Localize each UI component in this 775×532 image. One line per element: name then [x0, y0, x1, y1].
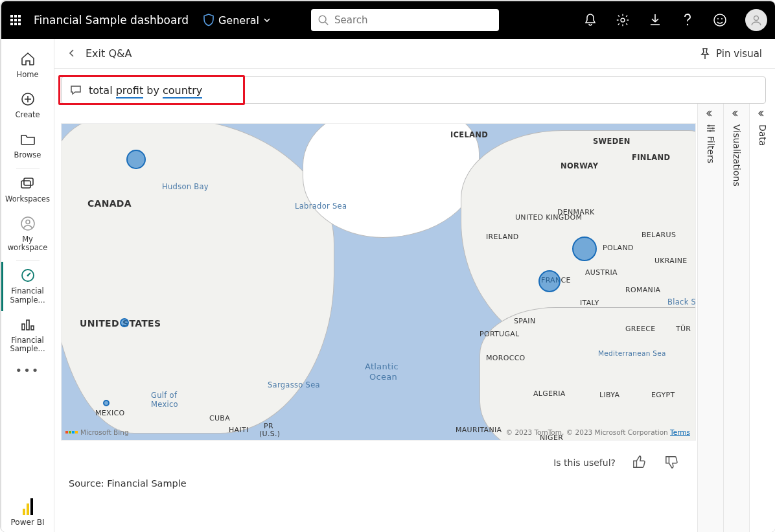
svg-rect-9	[24, 178, 33, 185]
back-chevron-icon[interactable]	[67, 49, 78, 59]
visualizations-pane-toggle[interactable]: Visualizations	[723, 104, 749, 532]
map-label: Ocean	[369, 372, 397, 382]
left-nav: Home Create Browse Workspaces My workspa…	[1, 39, 54, 532]
search-box[interactable]	[311, 9, 499, 31]
svg-point-12	[26, 220, 30, 224]
source-label: Source: Financial Sample	[61, 476, 697, 489]
nav-browse[interactable]: Browse	[1, 126, 54, 166]
search-icon	[318, 14, 329, 26]
map-label: CUBA	[209, 414, 230, 422]
svg-rect-16	[27, 320, 29, 330]
nav-more-icon[interactable]: •••	[16, 364, 40, 377]
chevron-down-icon	[263, 16, 271, 24]
map-label: UKRAINE	[654, 257, 688, 265]
map-label: LIBYA	[599, 391, 619, 399]
svg-point-20	[709, 130, 711, 132]
settings-gear-icon[interactable]	[616, 13, 630, 27]
map-terms-link[interactable]: Terms	[670, 428, 690, 436]
svg-rect-10	[21, 181, 30, 188]
map-label: AUSTRIA	[585, 268, 618, 277]
sensitivity-selector[interactable]: General	[203, 14, 271, 27]
home-icon	[19, 51, 36, 67]
nav-create[interactable]: Create	[1, 86, 54, 126]
map-label: BELARUS	[642, 231, 676, 239]
map-label: MEXICO	[95, 409, 124, 417]
svg-point-14	[27, 275, 29, 277]
stack-icon	[19, 175, 36, 192]
data-bubble-germany[interactable]	[572, 237, 597, 261]
svg-point-4	[714, 14, 726, 26]
map-label: ICELAND	[450, 130, 488, 139]
help-icon[interactable]	[680, 13, 695, 27]
nav-workspaces[interactable]: Workspaces	[1, 170, 54, 210]
svg-rect-15	[22, 324, 25, 330]
data-pane-toggle[interactable]: Data	[749, 104, 775, 532]
map-label: IRELAND	[486, 233, 519, 241]
map-label: ITALY	[580, 299, 599, 307]
map-label: Atlantic	[365, 362, 399, 371]
map-label: SWEDEN	[593, 137, 630, 146]
chevron-collapse-icon	[706, 109, 716, 119]
map-label: Sargasso Sea	[268, 380, 320, 389]
svg-point-0	[319, 16, 326, 23]
chat-icon	[69, 84, 82, 97]
map-label: NORWAY	[561, 161, 598, 170]
chevron-collapse-icon	[732, 109, 742, 119]
qa-input[interactable]: total profit by country	[61, 76, 766, 104]
map-label: TÜR	[676, 325, 691, 333]
data-bubble-france[interactable]	[538, 270, 561, 292]
svg-point-3	[687, 24, 688, 25]
feedback-smiley-icon[interactable]	[713, 13, 727, 27]
map-label: ALGERIA	[533, 389, 566, 398]
map-label: EGYPT	[651, 391, 675, 399]
map-label: ROMANIA	[625, 286, 660, 294]
svg-point-2	[621, 18, 625, 22]
top-bar: Financial Sample dashboard General	[1, 1, 775, 39]
person-circle-icon	[19, 215, 36, 232]
shield-icon	[203, 14, 214, 27]
map-label: POLAND	[603, 244, 634, 252]
app-launcher-icon[interactable]	[9, 14, 22, 27]
pin-visual-button[interactable]: Pin visual	[699, 47, 762, 60]
map-attribution-bing: Microsoft Bing	[65, 428, 129, 436]
chevron-collapse-icon	[758, 109, 768, 119]
sensitivity-label: General	[218, 14, 259, 27]
user-avatar[interactable]	[745, 9, 767, 31]
folder-icon	[19, 131, 36, 148]
data-bubble-canada[interactable]	[126, 150, 146, 169]
thumbs-up-icon[interactable]	[632, 455, 648, 470]
nav-financial-sample-dashboard[interactable]: Financial Sample...	[1, 262, 54, 310]
filters-pane-toggle[interactable]: Filters	[697, 104, 723, 532]
map-label: Labrador Sea	[295, 202, 347, 211]
svg-point-18	[708, 124, 710, 126]
map-label: Gulf of	[151, 391, 177, 400]
map-label: DENMARK	[557, 208, 595, 216]
svg-point-19	[711, 127, 713, 129]
exit-qa-button[interactable]: Exit Q&A	[86, 47, 132, 60]
map-visual[interactable]: ICELAND SWEDEN FINLAND NORWAY CANADA Hud…	[61, 123, 696, 441]
data-bubble-mexico[interactable]	[103, 400, 110, 406]
download-icon[interactable]	[648, 13, 662, 27]
map-label: Mexico	[151, 400, 178, 409]
speedometer-icon	[19, 267, 36, 284]
map-label: CANADA	[87, 198, 132, 209]
map-label: Hudson Bay	[162, 182, 209, 191]
powerbi-icon	[23, 498, 33, 515]
svg-point-7	[754, 16, 759, 21]
plus-circle-icon	[19, 91, 36, 108]
nav-my-workspace[interactable]: My workspace	[1, 210, 54, 259]
svg-point-6	[721, 18, 723, 19]
thumbs-down-icon[interactable]	[665, 455, 680, 470]
search-input[interactable]	[334, 14, 492, 26]
feedback-bar: Is this useful?	[61, 441, 697, 476]
qa-toolbar: Exit Q&A Pin visual	[54, 39, 775, 69]
notifications-icon[interactable]	[583, 13, 597, 27]
nav-home[interactable]: Home	[1, 45, 54, 86]
pin-icon	[699, 47, 711, 60]
nav-financial-sample-report[interactable]: Financial Sample...	[1, 311, 54, 360]
data-bubble-us[interactable]	[120, 318, 129, 327]
map-label: SPAIN	[514, 317, 535, 325]
svg-line-1	[325, 22, 328, 25]
nav-powerbi[interactable]: Power BI	[11, 498, 45, 527]
svg-point-5	[717, 18, 719, 19]
